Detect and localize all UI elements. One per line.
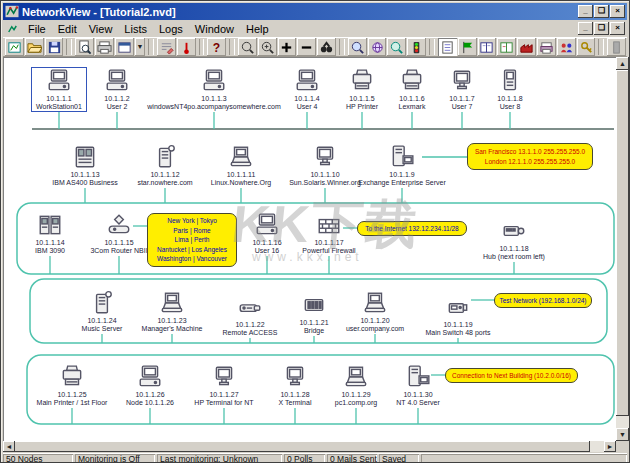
print-button[interactable] <box>95 38 114 56</box>
monitor-icon <box>282 364 308 390</box>
tower-icon <box>497 68 523 94</box>
node-10.1.1.22[interactable]: 10.1.1.22Remote ACCESS <box>212 294 288 337</box>
flag-icon <box>460 40 475 55</box>
status-cell-4: 0 Mails Sent <box>327 454 377 463</box>
node-label: Main Switch 48 ports <box>413 329 503 337</box>
note-1[interactable]: New York | TokyoParis | RomeLima | Perth… <box>147 213 237 267</box>
menu-view[interactable]: View <box>83 22 119 36</box>
print-preview-button[interactable] <box>75 38 94 56</box>
node-label: IBM 3090 <box>20 247 80 255</box>
node-10.1.1.19[interactable]: 10.1.1.19Main Switch 48 ports <box>413 294 503 337</box>
open-button[interactable] <box>25 38 44 56</box>
scroll-down-button[interactable]: ▼ <box>616 428 629 441</box>
node-10.1.1.27[interactable]: 10.1.1.27HP Terminal for NT <box>184 364 264 407</box>
node-10.1.1.30[interactable]: 10.1.1.30NT 4.0 Server <box>386 364 450 407</box>
menu-lists[interactable]: Lists <box>118 22 153 36</box>
minimize-button[interactable]: _ <box>578 5 593 18</box>
mdi-minimize-button[interactable]: _ <box>578 22 593 35</box>
node-10.1.1.18[interactable]: 10.1.1.18Hub (next room left) <box>469 218 559 261</box>
mib-factory-button[interactable] <box>517 38 536 56</box>
note-0[interactable]: San Francisco 13.1.1.0 255.255.255.0Lond… <box>467 143 593 170</box>
menu-help[interactable]: Help <box>240 22 275 36</box>
node-10.1.1.29[interactable]: 10.1.1.29pc1.comp.org <box>325 364 387 407</box>
desktop-icon <box>294 68 320 94</box>
traffic-light-button[interactable] <box>407 38 426 56</box>
node-10.1.1.23[interactable]: 10.1.1.23Manager's Machine <box>130 290 214 333</box>
server-monitor-icon <box>389 144 415 170</box>
note-3[interactable]: Test Network (192.168.1.0/24) <box>494 293 592 308</box>
new-map-button[interactable] <box>5 38 24 56</box>
printer-icon <box>399 68 425 94</box>
security-button[interactable] <box>577 38 596 56</box>
node-10.1.1.20[interactable]: 10.1.1.20user.company.com <box>334 290 416 333</box>
node-10.1.1.7[interactable]: 10.1.1.7User 7 <box>436 68 488 111</box>
menu-window[interactable]: Window <box>189 22 240 36</box>
horizontal-scrollbar-thumb[interactable] <box>14 441 590 452</box>
address-book-icon <box>479 40 494 55</box>
node-10.1.1.6[interactable]: 10.1.1.6Lexmark <box>384 68 440 111</box>
toolbar-separator <box>66 39 72 55</box>
node-10.1.1.25[interactable]: 10.1.1.25Main Printer / 1st Floor <box>27 364 117 407</box>
title-bar[interactable]: NetworkView - [Tutorial2.nvd] _ ❏ × <box>3 3 627 20</box>
scroll-up-button[interactable]: ▲ <box>616 57 629 70</box>
threshold-button[interactable] <box>177 38 196 56</box>
zoom-in-button[interactable] <box>258 38 277 56</box>
zoom-plus-button[interactable] <box>278 38 297 56</box>
mdi-restore-button[interactable]: ❏ <box>594 22 609 35</box>
scroll-left-button[interactable]: ◄ <box>3 441 15 452</box>
node-10.1.1.28[interactable]: 10.1.1.28X Terminal <box>267 364 323 407</box>
flag-button[interactable] <box>458 38 477 56</box>
zoom-normal-button[interactable] <box>238 38 257 56</box>
menu-logs[interactable]: Logs <box>153 22 189 36</box>
address-book-button[interactable] <box>478 38 497 56</box>
users-button[interactable] <box>557 38 576 56</box>
close-button[interactable]: × <box>610 5 625 18</box>
node-10.1.1.5[interactable]: 10.1.1.5HP Printer <box>332 68 392 111</box>
threshold-icon <box>179 40 194 55</box>
view-list-button[interactable] <box>348 38 367 56</box>
node-10.1.1.8[interactable]: 10.1.1.8User 8 <box>484 68 536 111</box>
discovery-button[interactable] <box>157 38 176 56</box>
app-icon <box>5 5 19 18</box>
print-icon <box>97 40 112 55</box>
toolbar-separator <box>199 39 205 55</box>
view-mag-button[interactable] <box>387 38 406 56</box>
node-10.1.1.14[interactable]: 10.1.1.14IBM 3090 <box>20 212 80 255</box>
help-button[interactable]: ? <box>207 38 226 56</box>
node-10.1.1.26[interactable]: 10.1.1.26Node 10.1.1.26 <box>115 364 185 407</box>
window-layout-button[interactable] <box>115 38 134 56</box>
laptop-icon <box>159 290 185 316</box>
node-ip: 10.1.1.21 <box>289 319 339 327</box>
spacer-button[interactable] <box>607 38 626 56</box>
window-layout-dropdown[interactable]: ▼ <box>135 38 145 56</box>
notepad-button[interactable] <box>438 38 457 56</box>
save-button[interactable] <box>45 38 64 56</box>
hub-icon <box>501 218 527 244</box>
vertical-scrollbar-thumb[interactable] <box>616 70 629 416</box>
scroll-right-button[interactable]: ► <box>604 441 616 452</box>
zoom-minus-button[interactable] <box>297 38 316 56</box>
log-book-button[interactable] <box>497 38 516 56</box>
view-globe-button[interactable] <box>368 38 387 56</box>
node-10.1.1.21[interactable]: 10.1.1.21Bridge <box>289 292 339 335</box>
menu-edit[interactable]: Edit <box>52 22 83 36</box>
node-10.1.1.24[interactable]: 10.1.1.24Music Server <box>69 290 135 333</box>
report-printer-icon <box>539 40 554 55</box>
node-10.1.1.16[interactable]: 10.1.1.16User 16 <box>239 212 295 255</box>
menu-file[interactable]: File <box>22 22 52 36</box>
note-4[interactable]: Connection to Next Building (10.2.0.0/16… <box>445 368 578 383</box>
node-10.1.1.9[interactable]: 10.1.1.9Exchange Enterprise Server <box>347 144 457 187</box>
node-10.1.1.17[interactable]: 10.1.1.17Powerful Firewall <box>292 212 366 255</box>
restore-button[interactable]: ❏ <box>594 5 609 18</box>
find-node-button[interactable] <box>317 38 336 56</box>
node-ip: 10.1.1.6 <box>384 95 440 103</box>
save-icon <box>47 40 62 55</box>
node-label: Manager's Machine <box>130 325 214 333</box>
note-2[interactable]: To the Internet 132.12.234.11/28 <box>357 221 467 236</box>
firewall-icon <box>316 212 342 238</box>
status-cell-6 <box>421 454 627 463</box>
map-canvas[interactable]: KK下载 www.kkx.net 10.1.1.1WorkStation0110… <box>3 57 616 441</box>
mdi-close-button[interactable]: × <box>610 22 625 35</box>
note-line: To the Internet 132.12.234.11/28 <box>360 224 464 234</box>
report-printer-button[interactable] <box>537 38 556 56</box>
